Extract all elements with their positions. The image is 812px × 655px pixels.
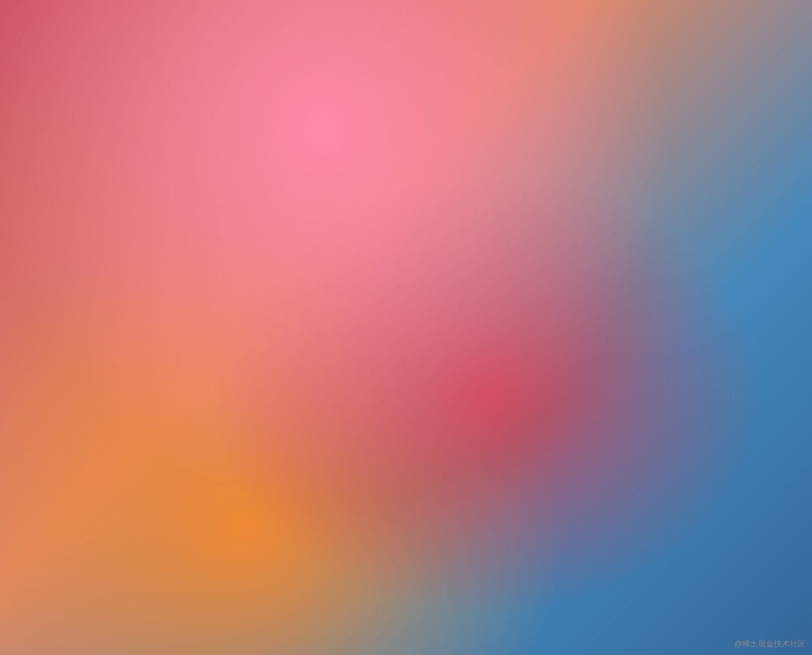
watermark: @稀土掘金技术社区 bbox=[734, 639, 805, 650]
right-panel: ⬇ ✕ 🚩 💾 🖨 🖼 🎨 ↗ bbox=[395, 0, 812, 655]
right-image-container bbox=[401, 28, 805, 237]
main-output-image bbox=[518, 28, 689, 199]
